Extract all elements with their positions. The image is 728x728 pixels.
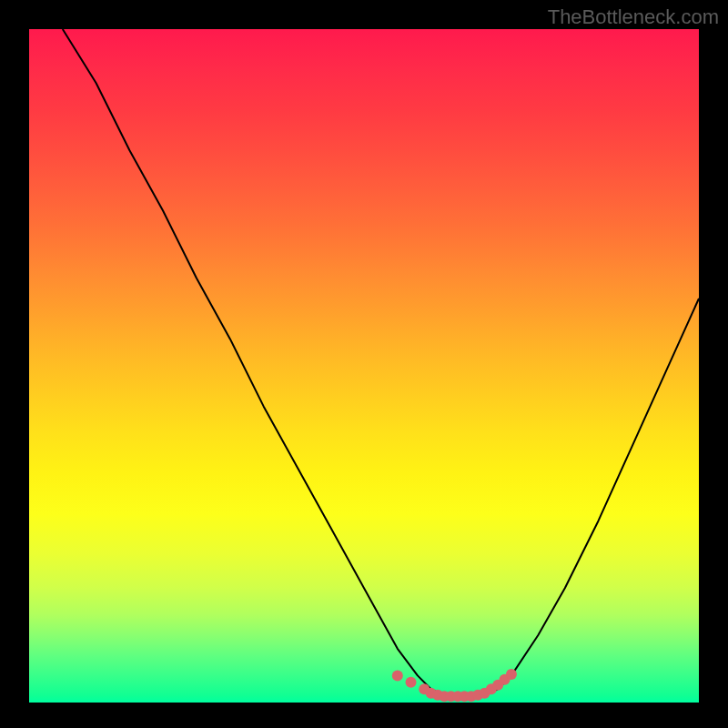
flat-marker-dot <box>392 670 403 681</box>
flat-marker-dot <box>406 677 417 688</box>
watermark-label: TheBottleneck.com <box>548 5 719 29</box>
marker-layer <box>29 29 699 703</box>
flat-marker-dot <box>506 669 517 680</box>
plot-area <box>29 29 699 703</box>
